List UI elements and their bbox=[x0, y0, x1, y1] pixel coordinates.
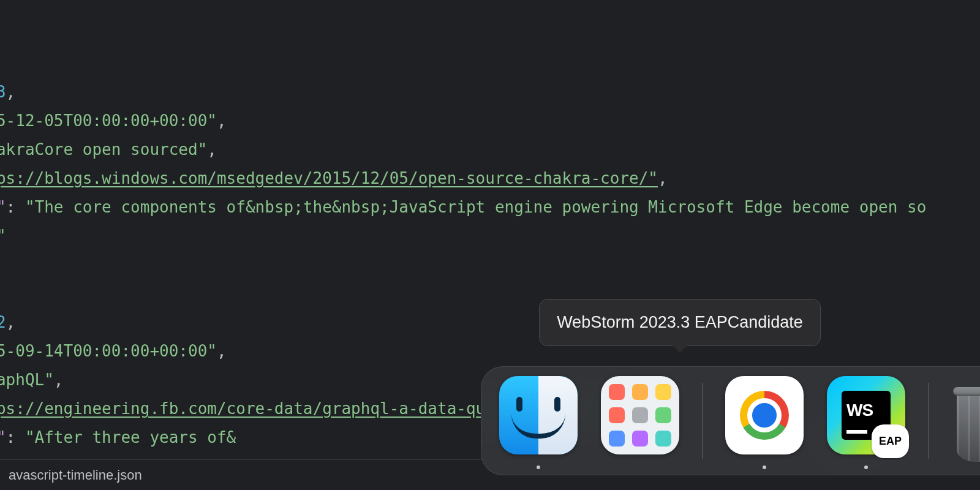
comma: , bbox=[6, 313, 16, 331]
file-tab-label: avascript-timeline.json bbox=[9, 461, 142, 489]
json-string: "GraphQL" bbox=[0, 371, 54, 389]
json-string: "The core components of&nbsp;the&nbsp;Ja… bbox=[25, 198, 926, 216]
json-key: iption" bbox=[0, 198, 6, 216]
json-key: iption" bbox=[0, 428, 6, 447]
dock-item-chrome[interactable] bbox=[725, 366, 804, 475]
colon: : bbox=[6, 428, 25, 447]
comma: , bbox=[6, 83, 16, 101]
chrome-icon bbox=[725, 376, 804, 454]
running-indicator-dot bbox=[537, 466, 540, 469]
running-indicator-dot bbox=[864, 466, 868, 469]
comma: , bbox=[217, 342, 227, 360]
dock-item-trash[interactable] bbox=[951, 366, 980, 475]
eap-badge: EAP bbox=[872, 424, 909, 458]
dock-separator bbox=[702, 383, 703, 459]
tooltip-text: WebStorm 2023.3 EAPCandidate bbox=[557, 313, 803, 331]
comma: , bbox=[207, 140, 217, 159]
json-number: 3 bbox=[0, 83, 6, 101]
dock-item-finder[interactable] bbox=[499, 366, 578, 475]
dock-tooltip: WebStorm 2023.3 EAPCandidate bbox=[539, 299, 821, 346]
running-indicator-dot bbox=[763, 466, 766, 469]
json-string: "After three years of& bbox=[25, 428, 236, 447]
json-url[interactable]: "https://blogs.windows.com/msedgedev/201… bbox=[0, 169, 658, 187]
dock-item-webstorm[interactable]: WS EAP bbox=[826, 366, 906, 475]
json-number: 2 bbox=[0, 313, 6, 331]
comma: , bbox=[54, 371, 64, 389]
json-string: "2015-12-05T00:00:00+00:00" bbox=[0, 111, 217, 130]
dock-item-launchpad[interactable] bbox=[600, 366, 680, 475]
file-tab[interactable]: avascript-timeline.json bbox=[0, 460, 151, 490]
json-string: "2015-09-14T00:00:00+00:00" bbox=[0, 342, 217, 360]
dock: WS EAP bbox=[481, 366, 980, 475]
comma: , bbox=[217, 111, 227, 130]
launchpad-icon bbox=[601, 376, 679, 454]
finder-icon bbox=[499, 376, 578, 454]
json-string: "" bbox=[0, 227, 6, 245]
colon: : bbox=[6, 198, 25, 216]
comma: , bbox=[658, 169, 668, 187]
trash-icon bbox=[951, 383, 980, 462]
dock-separator bbox=[928, 383, 929, 459]
webstorm-icon-label: WS bbox=[846, 396, 873, 424]
webstorm-icon: WS EAP bbox=[827, 376, 905, 454]
json-string: "ChakraCore open sourced" bbox=[0, 140, 207, 159]
